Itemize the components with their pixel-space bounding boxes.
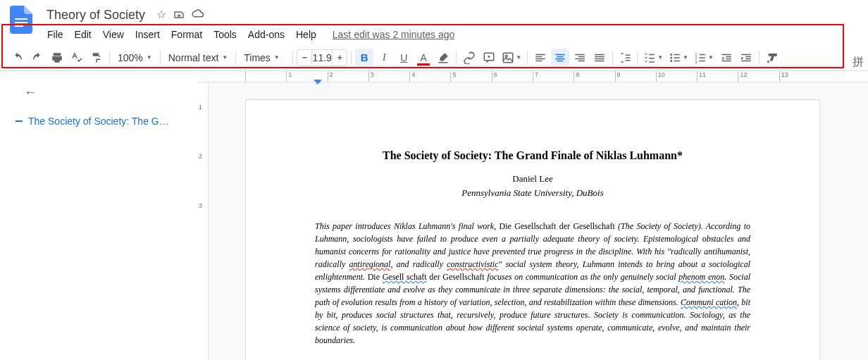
redo-button[interactable] xyxy=(28,49,46,67)
paper-abstract[interactable]: This paper introduces Niklas Luhmann's f… xyxy=(315,220,750,347)
svg-point-8 xyxy=(670,60,672,62)
menu-file[interactable]: File xyxy=(42,26,68,43)
insert-image-button[interactable]: ▼ xyxy=(500,49,523,67)
menu-help[interactable]: Help xyxy=(291,26,321,43)
menu-bar: File Edit View Insert Format Tools Add-o… xyxy=(42,25,861,44)
decrease-indent-button[interactable] xyxy=(717,49,736,67)
numbered-list-button[interactable]: 123▼ xyxy=(692,49,716,67)
bulleted-list-button[interactable]: ▼ xyxy=(666,49,690,67)
horizontal-ruler[interactable]: 12345678910111213 xyxy=(197,71,868,82)
svg-text:3: 3 xyxy=(695,59,698,63)
svg-point-7 xyxy=(670,56,672,58)
font-size-decrease[interactable]: − xyxy=(297,52,311,63)
bold-button[interactable]: B xyxy=(355,49,373,67)
zoom-select[interactable]: 100%▼ xyxy=(113,49,156,67)
outline-back-icon[interactable]: ← xyxy=(24,85,189,100)
document-title[interactable]: Theory of Society xyxy=(42,6,149,24)
underline-button[interactable]: U xyxy=(395,49,413,67)
align-justify-button[interactable] xyxy=(590,49,609,67)
outline-panel: ← The Society of Society: The G… xyxy=(0,71,197,360)
font-size-increase[interactable]: + xyxy=(333,52,347,63)
spellcheck-button[interactable] xyxy=(68,49,86,67)
paper-title[interactable]: The Society of Society: The Grand Finale… xyxy=(315,149,750,162)
text-color-button[interactable]: A xyxy=(414,49,433,67)
svg-rect-4 xyxy=(503,53,513,63)
checklist-button[interactable]: ▼ xyxy=(641,49,665,67)
menu-edit[interactable]: Edit xyxy=(70,26,97,43)
font-size-input[interactable] xyxy=(311,50,333,66)
highlight-button[interactable] xyxy=(434,49,452,67)
svg-rect-2 xyxy=(15,25,23,27)
line-spacing-button[interactable] xyxy=(616,49,633,67)
toolbar: 100%▼ Normal text▼ Times▼ − + B I U A ▼ … xyxy=(0,44,868,71)
cloud-icon[interactable] xyxy=(192,9,204,20)
paint-format-button[interactable] xyxy=(87,49,106,67)
menu-view[interactable]: View xyxy=(98,26,129,43)
vertical-ruler[interactable]: 123 xyxy=(197,82,209,360)
menu-tools[interactable]: Tools xyxy=(209,26,242,43)
svg-point-5 xyxy=(505,55,507,57)
docs-logo[interactable] xyxy=(7,6,35,34)
font-family-select[interactable]: Times▼ xyxy=(240,49,289,67)
svg-rect-1 xyxy=(15,22,27,23)
svg-point-6 xyxy=(670,54,672,56)
document-page[interactable]: The Society of Society: The Grand Finale… xyxy=(245,99,820,360)
indent-marker-icon[interactable] xyxy=(314,80,322,85)
menu-format[interactable]: Format xyxy=(166,26,207,43)
italic-button[interactable]: I xyxy=(375,49,393,67)
outline-heading-1[interactable]: The Society of Society: The G… xyxy=(8,111,189,131)
paper-author[interactable]: Daniel Lee xyxy=(315,173,750,185)
move-icon[interactable] xyxy=(173,9,185,20)
clear-formatting-button[interactable] xyxy=(763,49,781,67)
last-edit-link[interactable]: Last edit was 2 minutes ago xyxy=(333,29,455,40)
font-size-control: − + xyxy=(297,49,347,66)
add-comment-button[interactable] xyxy=(480,49,498,67)
insert-link-button[interactable] xyxy=(460,49,478,67)
align-left-button[interactable] xyxy=(531,49,550,67)
align-center-button[interactable] xyxy=(551,49,569,67)
outline-heading-label: The Society of Society: The G… xyxy=(28,116,169,127)
paper-affiliation[interactable]: Pennsylvania State University, DuBois xyxy=(315,187,750,199)
increase-indent-button[interactable] xyxy=(737,49,755,67)
paragraph-style-select[interactable]: Normal text▼ xyxy=(164,49,232,67)
print-button[interactable] xyxy=(48,49,66,67)
menu-addons[interactable]: Add-ons xyxy=(243,26,290,43)
undo-button[interactable] xyxy=(8,49,27,67)
align-right-button[interactable] xyxy=(571,49,589,67)
menu-insert[interactable]: Insert xyxy=(130,26,165,43)
star-icon[interactable]: ☆ xyxy=(156,9,166,20)
svg-rect-0 xyxy=(15,18,27,20)
